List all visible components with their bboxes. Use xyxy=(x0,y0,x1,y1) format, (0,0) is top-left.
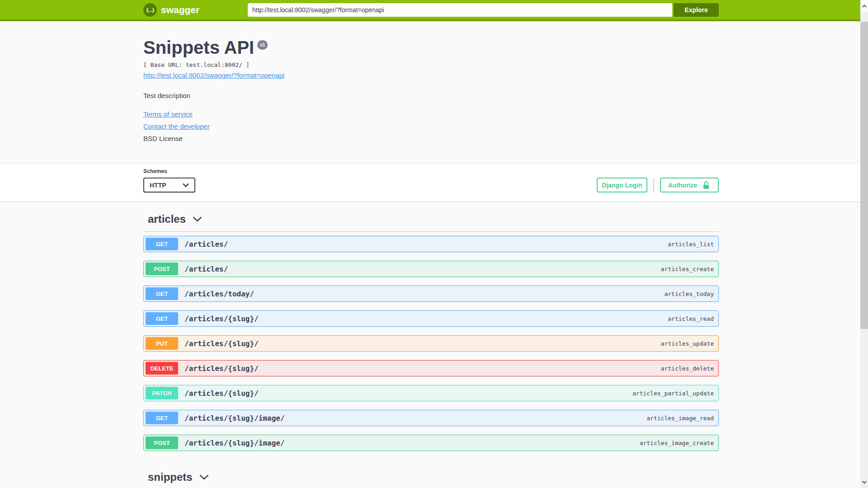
swagger-logo-text: swagger xyxy=(161,5,199,15)
op-row[interactable]: POST /articles/{slug}/image/ articles_im… xyxy=(143,435,719,451)
scroll-up-arrow-icon xyxy=(862,5,867,8)
version-badge: v1 xyxy=(257,40,268,50)
explore-button[interactable]: Explore xyxy=(674,3,719,17)
api-description: Test description xyxy=(143,92,719,99)
schemes-label: Schemes xyxy=(143,168,195,174)
op-path: /articles/ xyxy=(184,265,228,273)
op-path: /articles/ xyxy=(184,240,228,249)
op-id: articles_update xyxy=(661,340,714,347)
op-row[interactable]: GET /articles/{slug}/image/ articles_ima… xyxy=(143,410,719,426)
auth-wrapper: Django Login Authorize xyxy=(597,178,719,192)
info-section: Snippets APIv1 [ Base URL: test.local:80… xyxy=(0,21,868,164)
scheme-container: Schemes HTTP Django Login Authorize xyxy=(0,164,868,202)
spec-link[interactable]: http://test.local:8002/swagger/?format=o… xyxy=(143,71,284,79)
opblock-tag-section: articles GET /articles/ articles_list PO… xyxy=(143,202,719,451)
authorize-button[interactable]: Authorize xyxy=(660,178,719,192)
op-id: articles_list xyxy=(668,241,714,248)
op-path: /articles/{slug}/ xyxy=(184,339,259,348)
swagger-logo-icon: {…} xyxy=(143,3,157,17)
section-title: articles xyxy=(148,213,186,225)
op-id: articles_create xyxy=(661,266,714,272)
section-title: snippets xyxy=(148,471,193,483)
auth-divider xyxy=(653,178,654,192)
schemes-block: Schemes HTTP xyxy=(143,168,195,192)
op-row[interactable]: PATCH /articles/{slug}/ articles_partial… xyxy=(143,385,719,401)
method-badge: GET xyxy=(146,312,178,325)
op-id: articles_read xyxy=(668,315,714,322)
op-path: /articles/today/ xyxy=(184,290,254,298)
op-path: /articles/{slug}/ xyxy=(184,314,259,323)
django-login-button[interactable]: Django Login xyxy=(597,178,647,192)
scrollbar-thumb[interactable] xyxy=(860,22,868,329)
op-row[interactable]: GET /articles/{slug}/ articles_read xyxy=(143,310,719,327)
base-url: [ Base URL: test.local:8002/ ] xyxy=(143,61,719,68)
method-badge: PUT xyxy=(146,337,178,350)
method-badge: PATCH xyxy=(146,387,178,399)
terms-of-service-link[interactable]: Terms of service xyxy=(143,110,719,118)
op-id: articles_today xyxy=(664,291,714,297)
op-path: /articles/{slug}/ xyxy=(184,364,259,373)
scroll-up-button[interactable] xyxy=(860,0,868,12)
scroll-down-arrow-icon xyxy=(862,481,867,484)
swagger-logo: {…} swagger xyxy=(143,3,199,17)
op-id: articles_delete xyxy=(661,365,714,372)
section-header[interactable]: articles xyxy=(143,202,719,231)
method-badge: GET xyxy=(146,412,178,424)
op-row[interactable]: DELETE /articles/{slug}/ articles_delete xyxy=(143,360,719,376)
download-url-form: Explore xyxy=(248,3,719,17)
method-badge: DELETE xyxy=(146,362,178,375)
scrollbar[interactable] xyxy=(860,0,868,488)
license-text: BSD License xyxy=(143,135,719,142)
section-chevron-down-icon xyxy=(193,216,202,222)
contact-developer-link[interactable]: Contact the developer xyxy=(143,122,719,130)
chevron-down-icon xyxy=(183,183,189,187)
lock-open-icon xyxy=(702,181,711,190)
op-id: articles_image_read xyxy=(646,415,714,422)
op-path: /articles/{slug}/image/ xyxy=(184,414,285,422)
scroll-down-button[interactable] xyxy=(860,476,868,488)
op-path: /articles/{slug}/ xyxy=(184,389,259,398)
op-list: GET /articles/ articles_list POST /artic… xyxy=(143,232,719,451)
op-path: /articles/{slug}/image/ xyxy=(184,439,285,447)
scheme-select[interactable]: HTTP xyxy=(143,178,195,192)
operations-area: articles GET /articles/ articles_list PO… xyxy=(143,202,719,488)
op-row[interactable]: POST /articles/ articles_create xyxy=(143,261,719,277)
opblock-tag-section: snippets GET /snippets/ snippets_list xyxy=(143,460,719,488)
method-badge: POST xyxy=(146,436,178,449)
topbar: {…} swagger Explore xyxy=(0,0,868,21)
section-header[interactable]: snippets xyxy=(143,460,719,488)
method-badge: GET xyxy=(146,287,178,300)
op-row[interactable]: GET /articles/ articles_list xyxy=(143,236,719,252)
authorize-button-label: Authorize xyxy=(668,182,698,189)
op-row[interactable]: GET /articles/today/ articles_today xyxy=(143,286,719,302)
spec-url-input[interactable] xyxy=(248,3,672,17)
method-badge: POST xyxy=(146,263,178,275)
op-row[interactable]: PUT /articles/{slug}/ articles_update xyxy=(143,335,719,352)
method-badge: GET xyxy=(146,238,178,250)
section-chevron-down-icon xyxy=(199,474,209,480)
op-id: articles_partial_update xyxy=(632,390,714,397)
op-id: articles_image_create xyxy=(640,440,714,446)
scheme-selected-value: HTTP xyxy=(150,182,166,189)
api-title: Snippets API xyxy=(143,38,254,57)
